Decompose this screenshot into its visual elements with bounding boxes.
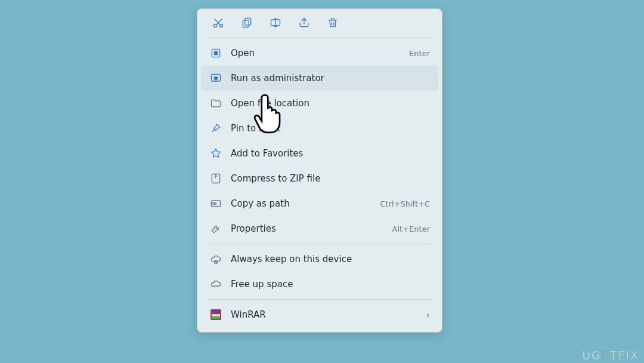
rename-icon[interactable] bbox=[269, 16, 282, 29]
menu-item-winrar[interactable]: WinRAR › bbox=[201, 302, 438, 327]
menu-label: Pin to Start bbox=[231, 123, 430, 134]
svg-rect-6 bbox=[214, 51, 218, 56]
menu-shortcut: Enter bbox=[409, 49, 430, 58]
folder-icon bbox=[209, 97, 222, 110]
separator bbox=[207, 244, 432, 244]
menu-item-pin[interactable]: Pin to Start bbox=[201, 116, 438, 141]
separator bbox=[207, 299, 432, 300]
svg-rect-3 bbox=[243, 20, 249, 27]
cut-icon[interactable] bbox=[212, 16, 225, 29]
svg-rect-2 bbox=[245, 19, 251, 26]
star-icon bbox=[209, 147, 222, 160]
winrar-icon bbox=[209, 308, 222, 321]
chevron-right-icon: › bbox=[426, 309, 430, 321]
menu-item-properties[interactable]: Properties Alt+Enter bbox=[201, 216, 438, 241]
menu-label: Always keep on this device bbox=[231, 254, 430, 264]
menu-item-run-as-admin[interactable]: Run as administrator bbox=[201, 66, 438, 91]
separator bbox=[207, 38, 432, 38]
cloud-keep-icon bbox=[209, 253, 222, 266]
zip-icon bbox=[209, 172, 222, 185]
menu-item-free-up[interactable]: Free up space bbox=[201, 272, 438, 297]
menu-item-zip[interactable]: Compress to ZIP file bbox=[201, 166, 438, 191]
menu-label: Run as administrator bbox=[231, 73, 430, 84]
context-toolbar bbox=[201, 13, 438, 35]
menu-item-always-keep[interactable]: Always keep on this device bbox=[201, 247, 438, 272]
menu-shortcut: Alt+Enter bbox=[392, 224, 430, 233]
svg-point-1 bbox=[220, 24, 223, 27]
share-icon[interactable] bbox=[298, 16, 311, 29]
context-menu: Open Enter Run as administrator Open fil… bbox=[197, 8, 442, 333]
delete-icon[interactable] bbox=[326, 16, 339, 29]
menu-label: Compress to ZIP file bbox=[231, 173, 430, 184]
menu-item-open[interactable]: Open Enter bbox=[201, 41, 438, 66]
svg-rect-8 bbox=[212, 174, 219, 183]
menu-item-favorites[interactable]: Add to Favorites bbox=[201, 141, 438, 166]
open-icon bbox=[209, 47, 222, 60]
menu-label: WinRAR bbox=[231, 309, 426, 320]
cloud-free-icon bbox=[209, 278, 222, 291]
menu-shortcut: Ctrl+Shift+C bbox=[380, 199, 430, 208]
menu-label: Add to Favorites bbox=[231, 148, 430, 159]
menu-item-copy-path[interactable]: Copy as path Ctrl+Shift+C bbox=[201, 191, 438, 216]
shield-icon bbox=[209, 72, 222, 85]
menu-label: Properties bbox=[231, 223, 392, 234]
menu-label: Open file location bbox=[231, 98, 430, 109]
menu-label: Free up space bbox=[231, 279, 430, 290]
menu-label: Copy as path bbox=[231, 198, 380, 209]
menu-label: Open bbox=[231, 48, 409, 59]
watermark-logo: UGETFIX bbox=[582, 349, 639, 362]
pin-icon bbox=[209, 122, 222, 135]
wrench-icon bbox=[209, 222, 222, 235]
menu-item-open-location[interactable]: Open file location bbox=[201, 91, 438, 116]
path-icon bbox=[209, 197, 222, 210]
copy-icon[interactable] bbox=[240, 16, 253, 29]
svg-point-0 bbox=[214, 24, 217, 27]
